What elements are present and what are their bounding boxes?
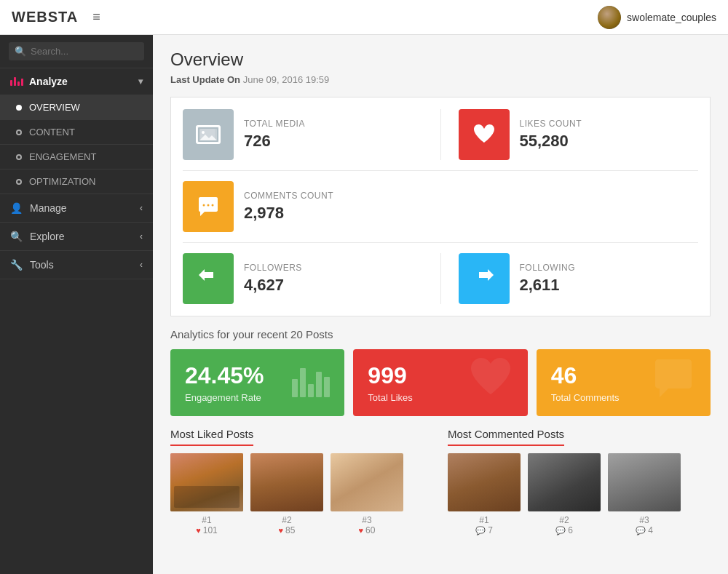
search-icon: 🔍 — [10, 231, 23, 242]
commented-post-1[interactable]: #1 💬 7 — [448, 453, 521, 535]
sidebar-search-area: 🔍 — [0, 35, 153, 68]
liked-post-2-thumb — [250, 453, 323, 511]
last-update-label: Last Update On — [170, 74, 240, 85]
optimization-label: OPTIMIZATION — [29, 176, 95, 187]
total-media-info: TOTAL MEDIA 726 — [244, 119, 305, 151]
analytics-card-engagement: 24.45% Engagement Rate — [170, 349, 344, 416]
main-content: Overview Last Update On June 09, 2016 19… — [153, 35, 728, 574]
total-media-label: TOTAL MEDIA — [244, 119, 305, 129]
sidebar-nav-item-overview[interactable]: OVERVIEW — [0, 95, 153, 120]
liked-post-3-stat: ♥ 60 — [359, 525, 376, 535]
tools-label: Tools — [30, 259, 54, 271]
commented-post-3[interactable]: #3 💬 4 — [608, 453, 681, 535]
most-liked-title: Most Liked Posts — [170, 428, 253, 446]
stat-following: FOLLOWING 2,611 — [440, 253, 699, 304]
hamburger-menu[interactable]: ≡ — [92, 9, 100, 25]
sidebar-item-tools[interactable]: 🔧 Tools ‹ — [0, 251, 153, 279]
media-icon — [195, 121, 221, 148]
stat-comments-count: COMMENTS COUNT 2,978 — [183, 181, 440, 232]
commented-post-3-stat: 💬 4 — [636, 525, 653, 535]
following-label: FOLLOWING — [520, 263, 576, 273]
liked-post-1[interactable]: #1 ♥ 101 — [170, 453, 243, 535]
posts-section: Most Liked Posts #1 ♥ 101 — [170, 428, 711, 535]
liked-post-1-stat: ♥ 101 — [196, 525, 218, 535]
sidebar-section-analyze: Analyze ▾ OVERVIEW CONTENT ENGAGEMENT OP… — [0, 68, 153, 194]
followers-label: FOLLOWERS — [244, 263, 302, 273]
media-icon-box — [183, 109, 234, 160]
last-update-value: June 09, 2016 19:59 — [243, 74, 330, 85]
commented-post-2-rank: #2 — [559, 515, 569, 525]
explore-label: Explore — [30, 231, 64, 242]
commented-post-1-stat: 💬 7 — [475, 525, 493, 535]
search-input[interactable] — [31, 46, 138, 57]
liked-post-2-rank: #2 — [282, 515, 291, 525]
analytics-card-comments: 46 Total Comments — [537, 349, 711, 416]
liked-post-3-thumb — [331, 453, 403, 511]
engagement-label: ENGAGEMENT — [29, 151, 96, 162]
heart-bg-icon — [465, 352, 516, 413]
person-icon: 👤 — [10, 202, 23, 214]
stat-total-media: TOTAL MEDIA 726 — [183, 109, 423, 160]
svg-point-9 — [212, 204, 214, 207]
comments-count-value: 2,978 — [244, 204, 333, 223]
sidebar-item-manage[interactable]: 👤 Manage ‹ — [0, 194, 153, 223]
followers-value: 4,627 — [244, 276, 302, 295]
overview-label: OVERVIEW — [29, 102, 80, 113]
likes-count-label: LIKES COUNT — [520, 119, 582, 129]
analytics-cards: 24.45% Engagement Rate 999 — [170, 349, 711, 416]
total-media-value: 726 — [244, 132, 305, 151]
following-info: FOLLOWING 2,611 — [520, 263, 576, 295]
comment-icon — [194, 193, 222, 220]
followers-icon-box — [183, 253, 234, 304]
liked-post-3-rank: #3 — [362, 515, 371, 525]
following-icon — [470, 265, 498, 292]
avatar — [598, 6, 621, 29]
following-value: 2,611 — [520, 276, 576, 295]
most-commented-title: Most Commented Posts — [448, 428, 564, 446]
sidebar-item-explore[interactable]: 🔍 Explore ‹ — [0, 223, 153, 251]
sidebar-nav-item-optimization[interactable]: OPTIMIZATION — [0, 170, 153, 194]
sidebar-nav-item-engagement[interactable]: ENGAGEMENT — [0, 145, 153, 170]
commented-posts-grid: #1 💬 7 #2 💬 6 — [448, 453, 711, 535]
bar-chart-bg-icon — [292, 368, 330, 397]
chevron-left-icon: ‹ — [140, 260, 143, 270]
wrench-icon: 🔧 — [10, 259, 23, 271]
most-commented-posts: Most Commented Posts #1 💬 7 — [448, 428, 711, 535]
svg-point-7 — [203, 204, 205, 207]
stat-likes-count: LIKES COUNT 55,280 — [440, 109, 699, 160]
liked-post-2[interactable]: #2 ♥ 85 — [250, 453, 323, 535]
likes-count-value: 55,280 — [520, 132, 582, 151]
comments-count-info: COMMENTS COUNT 2,978 — [244, 191, 333, 223]
analytics-title: Analytics for your recent 20 Posts — [170, 328, 711, 340]
dot-icon — [16, 179, 22, 185]
comments-count-label: COMMENTS COUNT — [244, 191, 333, 201]
app-logo: WEBSTA — [12, 9, 78, 25]
username-label: swolemate_couples — [627, 12, 716, 23]
dot-icon — [16, 105, 22, 111]
commented-post-2-stat: 💬 6 — [555, 525, 573, 535]
sidebar: 🔍 Analyze ▾ OVERVIE — [0, 35, 153, 574]
commented-post-2-thumb — [528, 453, 601, 511]
commented-post-1-thumb — [448, 453, 521, 511]
dot-icon — [16, 129, 22, 135]
commented-post-2[interactable]: #2 💬 6 — [528, 453, 601, 535]
followers-info: FOLLOWERS 4,627 — [244, 263, 302, 295]
user-profile[interactable]: swolemate_couples — [598, 6, 716, 29]
page-title: Overview — [170, 49, 711, 70]
heart-icon-box — [459, 109, 510, 160]
content-label: CONTENT — [29, 127, 75, 137]
liked-post-1-thumb — [170, 453, 243, 511]
sidebar-analyze-header[interactable]: Analyze ▾ — [0, 68, 153, 95]
analytics-section: Analytics for your recent 20 Posts 24.45… — [170, 328, 711, 416]
chevron-left-icon: ‹ — [140, 203, 143, 213]
liked-post-1-rank: #1 — [202, 515, 211, 525]
following-icon-box — [459, 253, 510, 304]
search-icon: 🔍 — [15, 46, 26, 57]
analytics-card-likes: 999 Total Likes — [353, 349, 527, 416]
liked-post-2-stat: ♥ 85 — [279, 525, 296, 535]
manage-label: Manage — [30, 202, 67, 214]
sidebar-nav-item-content[interactable]: CONTENT — [0, 120, 153, 145]
commented-post-3-thumb — [608, 453, 681, 511]
comment-bg-icon — [648, 352, 699, 413]
liked-post-3[interactable]: #3 ♥ 60 — [331, 453, 403, 535]
